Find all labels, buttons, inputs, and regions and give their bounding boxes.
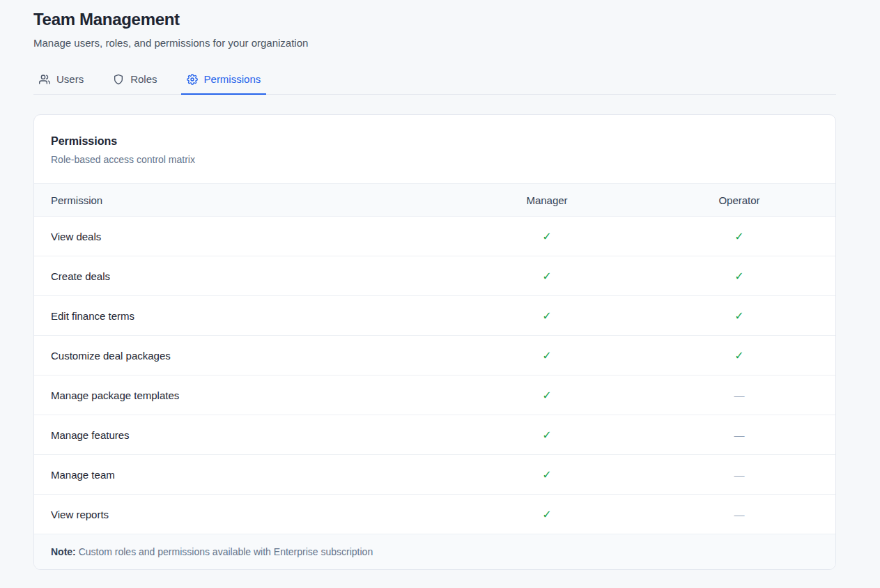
tab-roles[interactable]: Roles	[107, 66, 162, 95]
shield-icon	[113, 74, 124, 85]
tab-roles-label: Roles	[130, 73, 157, 85]
tab-permissions-label: Permissions	[204, 73, 261, 85]
manager-status-cell: ✓	[451, 230, 643, 243]
table-row: View reports ✓ —	[34, 495, 835, 534]
card-subtitle: Role-based access control matrix	[51, 154, 819, 165]
gear-icon	[187, 74, 198, 85]
manager-status-cell: ✓	[451, 428, 643, 442]
table-header-row: Permission Manager Operator	[34, 183, 835, 217]
column-header-manager: Manager	[451, 194, 643, 206]
manager-status-cell: ✓	[451, 309, 643, 323]
tab-users[interactable]: Users	[33, 66, 89, 95]
tab-users-label: Users	[56, 73, 84, 85]
table-body: View deals ✓ ✓ Create deals ✓ ✓ Edit fin…	[34, 217, 835, 534]
operator-status-cell: ✓	[643, 270, 835, 283]
permission-cell: Customize deal packages	[34, 350, 451, 362]
manager-status-cell: ✓	[451, 349, 643, 362]
table-row: View deals ✓ ✓	[34, 217, 835, 256]
operator-status-cell: —	[643, 469, 835, 481]
operator-status-cell: —	[643, 509, 835, 520]
permission-cell: Edit finance terms	[34, 310, 451, 322]
page-title: Team Management	[33, 10, 836, 29]
tab-bar: Users Roles Permissions	[33, 66, 836, 95]
note-text: Custom roles and permissions available w…	[79, 546, 373, 557]
page-subtitle: Manage users, roles, and permissions for…	[33, 37, 836, 49]
column-header-operator: Operator	[643, 194, 835, 206]
permission-cell: View reports	[34, 509, 451, 520]
manager-status-cell: ✓	[451, 508, 643, 521]
card-header: Permissions Role-based access control ma…	[34, 115, 835, 183]
table-row: Customize deal packages ✓ ✓	[34, 336, 835, 376]
tab-permissions[interactable]: Permissions	[181, 66, 267, 95]
operator-status-cell: ✓	[643, 309, 835, 323]
note-bar: Note: Custom roles and permissions avail…	[34, 534, 835, 569]
operator-status-cell: —	[643, 429, 835, 441]
team-management-page: Team Management Manage users, roles, and…	[0, 0, 880, 570]
operator-status-cell: ✓	[643, 230, 835, 243]
manager-status-cell: ✓	[451, 270, 643, 283]
table-row: Create deals ✓ ✓	[34, 256, 835, 296]
permissions-card: Permissions Role-based access control ma…	[33, 114, 836, 570]
permission-cell: Manage package templates	[34, 389, 451, 401]
table-row: Manage features ✓ —	[34, 415, 835, 455]
card-title: Permissions	[51, 135, 819, 148]
table-row: Edit finance terms ✓ ✓	[34, 296, 835, 336]
operator-status-cell: —	[643, 389, 835, 401]
table-row: Manage team ✓ —	[34, 455, 835, 495]
permission-cell: View deals	[34, 231, 451, 242]
table-row: Manage package templates ✓ —	[34, 376, 835, 415]
manager-status-cell: ✓	[451, 468, 643, 481]
permission-cell: Manage features	[34, 429, 451, 441]
column-header-permission: Permission	[34, 194, 451, 206]
permission-cell: Manage team	[34, 469, 451, 481]
note-label: Note:	[51, 546, 76, 557]
permission-cell: Create deals	[34, 270, 451, 282]
users-icon	[39, 74, 50, 85]
manager-status-cell: ✓	[451, 389, 643, 402]
operator-status-cell: ✓	[643, 349, 835, 362]
